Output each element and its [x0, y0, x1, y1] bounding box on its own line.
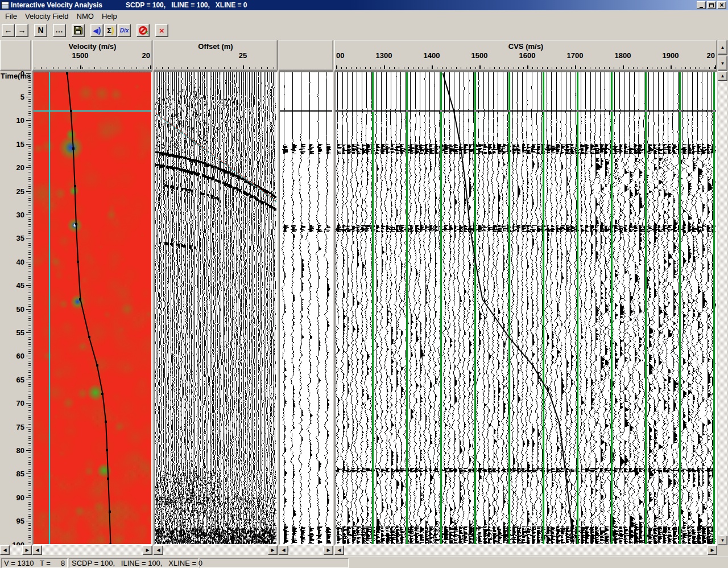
offset-panel-header: Offset (m) 25: [154, 40, 278, 71]
nmo-toggle-button-label: N: [38, 26, 43, 34]
scroll-down-button[interactable]: ▼: [718, 56, 727, 71]
cvs-axis-labels: 00130014001500160017001800190020: [335, 51, 717, 60]
dix-button[interactable]: Dix: [118, 24, 131, 37]
offset-hscrollbar: ◀▶: [154, 545, 278, 555]
toolbar: ←→N...◀)Σ)Dix××: [0, 22, 728, 39]
time-tick-label: 65: [16, 375, 24, 384]
hscrollbar-track[interactable]: [10, 545, 22, 555]
dix-icon: Dix: [120, 27, 129, 34]
status-location-readout: SCDP = 100, ILINE = 100, XLINE = 0: [69, 558, 198, 568]
delete-x-icon: ×: [159, 26, 164, 35]
header-mini-scrollbar: ▲ ▼: [718, 40, 727, 71]
apply-nmo-icon: ◀): [93, 27, 101, 34]
scroll-left-button[interactable]: ◀: [154, 545, 163, 555]
window-controls: ×: [697, 1, 727, 9]
axis-label: 25: [239, 51, 247, 60]
app-window: Interactive Velocity Analysis SCDP = 100…: [0, 0, 728, 568]
hscrollbar-track[interactable]: [288, 545, 324, 555]
scroll-up-button[interactable]: ▲: [718, 71, 727, 81]
time-tick-label: 85: [16, 470, 24, 478]
scroll-left-button[interactable]: ◀: [0, 545, 10, 555]
scroll-left-button[interactable]: ◀: [334, 545, 344, 555]
hscrollbar-track[interactable]: [344, 545, 708, 555]
axis-label: 1500: [471, 51, 488, 60]
stack-canvas[interactable]: [280, 72, 332, 544]
time-tick-label: 45: [16, 281, 24, 290]
cvs-hscrollbar: ◀▶: [334, 545, 717, 555]
prev-cdp-button[interactable]: ←: [2, 24, 15, 37]
restore-button[interactable]: [707, 1, 716, 9]
status-bar: V = 1310 T = 8 SCDP = 100, ILINE = 100, …: [0, 557, 728, 568]
time-tick-label: 95: [16, 517, 24, 525]
time-tick-label: 10: [16, 116, 24, 125]
time-tick-label: 75: [16, 422, 24, 431]
scroll-left-button[interactable]: ◀: [32, 545, 42, 555]
axis-label: 1600: [519, 51, 536, 60]
time-axis-hscrollbar: ◀▶: [0, 545, 32, 555]
time-tick-label: 5: [20, 93, 24, 101]
semblance-canvas[interactable]: [34, 72, 151, 544]
scroll-up-button[interactable]: ▲: [718, 40, 727, 55]
hscrollbar-track[interactable]: [42, 545, 143, 555]
next-cdp-button[interactable]: →: [15, 24, 28, 37]
vertical-scrollbar-track[interactable]: [718, 81, 727, 536]
axis-label: 1900: [663, 51, 679, 60]
nmo-toggle-button[interactable]: N: [34, 24, 47, 37]
velocity-axis-labels: 150020: [33, 51, 152, 60]
time-tick-label: 100: [12, 540, 24, 545]
time-axis: Time(ms 05101520253035404550556065707580…: [0, 71, 32, 545]
offset-gather-canvas[interactable]: [155, 72, 276, 544]
velocity-panel-header: Velocity (m/s) 150020: [32, 40, 152, 71]
menu-file[interactable]: File: [2, 11, 22, 22]
stack-sum-button[interactable]: Σ): [104, 24, 117, 37]
time-tick-label: 20: [16, 163, 24, 172]
axis-label: 1700: [567, 51, 584, 60]
axis-label: 00: [336, 51, 344, 60]
title-bar[interactable]: Interactive Velocity Analysis SCDP = 100…: [0, 0, 728, 10]
scroll-right-button[interactable]: ▶: [324, 545, 333, 555]
status-cursor-readout: V = 1310 T = 8: [1, 558, 68, 568]
time-tick-label: 35: [16, 234, 24, 242]
apply-nmo-button[interactable]: ◀): [90, 24, 104, 37]
save-button[interactable]: [72, 24, 85, 37]
status-message-cell: [200, 558, 349, 568]
scroll-right-button[interactable]: ▶: [708, 545, 717, 555]
offset-axis-labels: 25: [154, 51, 277, 60]
cvs-axis-ticks: [336, 65, 717, 69]
menu-velocity-field[interactable]: Velocity Field: [22, 11, 73, 22]
time-tick-label: 80: [16, 446, 24, 455]
cvs-canvas[interactable]: [336, 72, 716, 544]
block-picks-button[interactable]: ×: [136, 24, 150, 37]
options-button[interactable]: ...: [53, 24, 66, 37]
menu-nmo[interactable]: NMO: [73, 11, 98, 22]
scroll-right-button[interactable]: ▶: [22, 545, 32, 555]
save-icon: [73, 26, 83, 35]
time-tick-label: 25: [16, 187, 24, 195]
next-cdp-button-label: →: [18, 26, 26, 34]
time-tick-label: 50: [16, 304, 24, 313]
scroll-right-button[interactable]: ▶: [143, 545, 152, 555]
stack-panel-header: [279, 40, 333, 71]
time-tick-label: 55: [16, 328, 24, 337]
minimize-button[interactable]: [697, 1, 706, 9]
axis-label: 1800: [615, 51, 631, 60]
menu-bar: FileVelocity FieldNMOHelp: [0, 10, 728, 22]
menu-help[interactable]: Help: [98, 11, 122, 22]
delete-pick-button[interactable]: ×: [155, 24, 168, 37]
hscrollbar-track[interactable]: [163, 545, 268, 555]
scroll-right-button[interactable]: ▶: [268, 545, 278, 555]
scroll-left-button[interactable]: ◀: [279, 545, 288, 555]
velocity-hscrollbar: ◀▶: [32, 545, 152, 555]
vertical-scrollbar: ▲ ▼: [718, 71, 727, 545]
time-tick-label: 30: [16, 211, 24, 219]
restore-icon: [709, 3, 714, 7]
semblance-panel: [32, 71, 152, 545]
time-tick-label: 15: [16, 139, 24, 148]
scroll-down-button[interactable]: ▼: [718, 536, 727, 545]
gather-panel: [154, 71, 278, 545]
app-icon: [1, 2, 9, 9]
close-button[interactable]: ×: [717, 1, 726, 9]
cvs-panel: [334, 71, 717, 545]
close-icon: ×: [719, 2, 723, 8]
time-axis-ticks: [25, 71, 32, 544]
